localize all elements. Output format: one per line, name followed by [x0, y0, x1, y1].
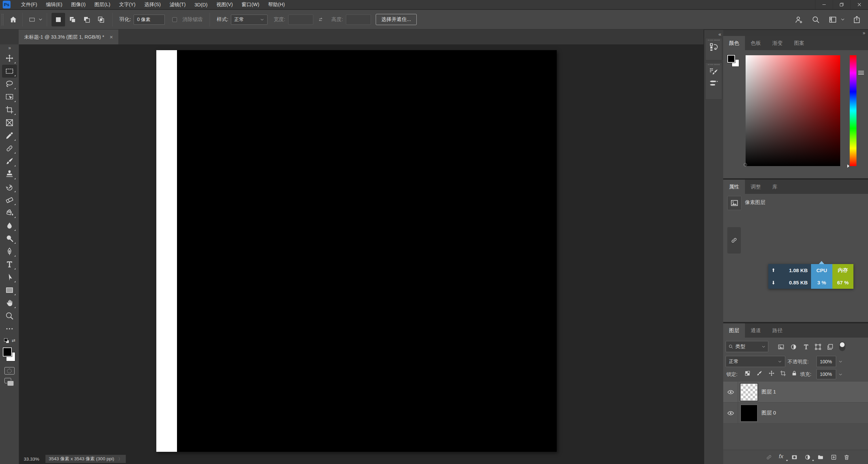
new-group-icon[interactable] [817, 454, 824, 461]
collapse-panels-control[interactable]: » [863, 30, 865, 36]
tool-crop[interactable] [2, 103, 17, 116]
edit-toolbar-button[interactable] [2, 322, 17, 335]
menu-选择(S)[interactable]: 选择(S) [140, 0, 165, 9]
tool-spot-healing-brush[interactable] [2, 142, 17, 155]
menu-滤镜(T)[interactable]: 滤镜(T) [165, 0, 190, 9]
filter-adjustment-layers-icon[interactable] [790, 343, 797, 350]
screen-mode-button[interactable] [4, 378, 15, 387]
canvas-white-area[interactable] [156, 50, 177, 452]
history-panel-button[interactable] [705, 38, 722, 60]
home-button[interactable] [8, 15, 18, 25]
swap-colors-icon[interactable]: ⇄ [12, 338, 16, 343]
color-tab-渐变[interactable]: 渐变 [767, 36, 788, 50]
default-colors-control[interactable]: ⇄ [3, 337, 16, 345]
share-image-button[interactable] [852, 15, 862, 25]
filter-toggle-switch[interactable] [839, 342, 845, 351]
tool-pen[interactable] [2, 245, 17, 258]
menu-图层(L)[interactable]: 图层(L) [90, 0, 115, 9]
link-layers-icon[interactable] [766, 454, 772, 461]
filter-smart-objects-icon[interactable] [827, 343, 834, 350]
feather-input[interactable]: 0 像素 [134, 15, 165, 25]
color-tab-颜色[interactable]: 颜色 [723, 36, 745, 50]
layer-style-icon[interactable]: fx [779, 453, 783, 460]
delete-layer-icon[interactable] [843, 454, 850, 461]
tool-move[interactable] [2, 52, 17, 65]
document-info[interactable]: 3543 像素 x 3543 像素 (300 ppi) 〉 [45, 455, 126, 463]
tool-type[interactable] [2, 258, 17, 271]
layers-tab-路径[interactable]: 路径 [767, 323, 788, 338]
restore-button[interactable] [833, 0, 850, 9]
layer-type-thumbnail[interactable] [727, 196, 742, 210]
tool-lasso[interactable] [2, 78, 17, 90]
adjustment-layer-icon[interactable] [804, 454, 811, 461]
dock-grip[interactable] [708, 40, 719, 41]
filter-type-layers-icon[interactable] [803, 343, 810, 350]
menu-窗口(W)[interactable]: 窗口(W) [237, 0, 264, 9]
new-layer-icon[interactable] [830, 454, 837, 461]
link-dimensions-button[interactable] [727, 227, 741, 254]
menu-编辑(E)[interactable]: 编辑(E) [42, 0, 67, 9]
tool-blur[interactable] [2, 219, 17, 232]
tool-eraser[interactable] [2, 194, 17, 206]
status-more-icon[interactable]: 〉 [118, 456, 122, 462]
opacity-field[interactable]: 100% [816, 356, 836, 367]
style-select[interactable]: 正常 [231, 15, 268, 25]
dock-expand-control[interactable]: « [718, 31, 721, 37]
layer-thumbnail[interactable] [741, 405, 757, 422]
tool-path-selection[interactable] [2, 271, 17, 284]
filter-shape-layers-icon[interactable] [814, 343, 822, 350]
layers-tab-图层[interactable]: 图层 [723, 323, 745, 338]
lock-artboard-icon[interactable] [780, 370, 786, 377]
tool-rectangle[interactable] [2, 284, 17, 297]
layer-row-图层 1[interactable]: 图层 1 [723, 382, 868, 403]
tool-preset-button[interactable] [27, 15, 37, 25]
tool-zoom[interactable] [2, 309, 17, 322]
intersect-selection-button[interactable] [94, 13, 108, 26]
menu-图像(I)[interactable]: 图像(I) [67, 0, 90, 9]
menu-帮助(H)[interactable]: 帮助(H) [264, 0, 289, 9]
tool-rectangular-marquee[interactable] [2, 65, 17, 78]
canvas[interactable] [156, 50, 557, 452]
width-input[interactable] [288, 15, 313, 25]
search-button[interactable] [811, 15, 821, 25]
swap-dimensions-icon[interactable] [317, 16, 325, 23]
color-tab-图案[interactable]: 图案 [788, 36, 810, 50]
fill-field[interactable]: 100% [816, 369, 836, 379]
add-to-selection-button[interactable] [66, 13, 79, 26]
tool-frame[interactable] [2, 116, 17, 129]
share-invite-button[interactable] [794, 15, 804, 25]
zoom-level-field[interactable]: 33.33% [24, 457, 39, 462]
minimize-button[interactable] [815, 0, 833, 9]
layers-tab-通道[interactable]: 通道 [745, 323, 767, 338]
workspace-chevron-icon[interactable] [841, 17, 845, 22]
workspace-button[interactable] [828, 15, 838, 25]
canvas-black-layer[interactable] [177, 50, 557, 452]
color-picker-marker[interactable] [744, 163, 747, 166]
foreground-color-swatch[interactable] [3, 347, 12, 357]
lock-transparency-icon[interactable] [744, 370, 751, 377]
options-gripper[interactable] [2, 14, 3, 25]
new-selection-button[interactable] [52, 13, 65, 26]
tool-hand[interactable] [2, 297, 17, 309]
tab-close-icon[interactable]: × [110, 34, 113, 40]
document-tab[interactable]: 未标题-1 @ 33.3% (图层 1, RGB/8) * × [19, 29, 118, 44]
menu-文字(Y)[interactable]: 文字(Y) [115, 0, 140, 9]
preset-chevron-icon[interactable] [38, 17, 43, 22]
tool-clone-stamp[interactable] [2, 168, 17, 181]
close-button[interactable] [850, 0, 868, 9]
toolbar-expander[interactable]: » [8, 45, 11, 52]
tool-eyedropper[interactable] [2, 129, 17, 142]
properties-tab-属性[interactable]: 属性 [723, 180, 745, 194]
hue-slider-marker[interactable] [847, 164, 849, 168]
visibility-toggle[interactable] [723, 403, 738, 423]
properties-tab-库[interactable]: 库 [767, 180, 783, 194]
quick-mask-button[interactable] [4, 367, 15, 375]
color-tab-色板[interactable]: 色板 [745, 36, 767, 50]
tool-dodge[interactable] [2, 232, 17, 245]
saturation-brightness-field[interactable] [746, 55, 840, 166]
opacity-chevron-button[interactable] [836, 356, 845, 367]
properties-tab-调整[interactable]: 调整 [745, 180, 767, 194]
lock-all-icon[interactable] [791, 370, 797, 377]
fill-chevron-button[interactable] [836, 369, 845, 380]
lock-position-icon[interactable] [768, 370, 775, 377]
